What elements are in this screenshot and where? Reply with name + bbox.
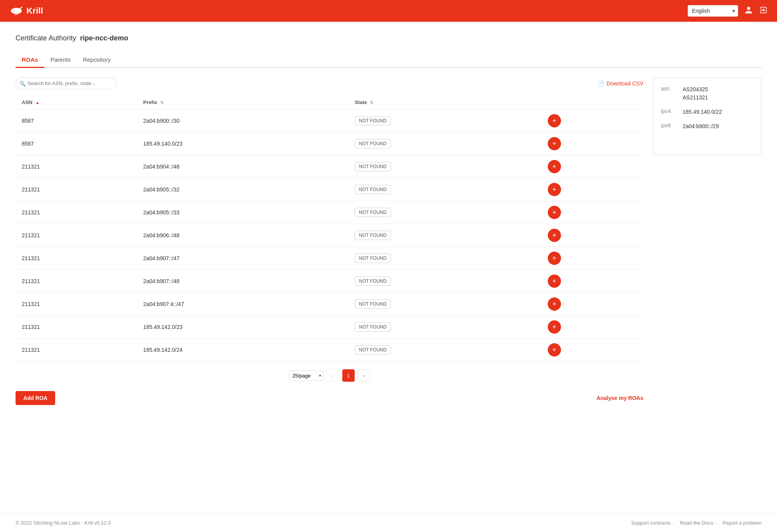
roa-table: ASN ▲ Prefix ⇅ State ⇅ [16,96,643,362]
cell-asn: 211321 [16,316,137,339]
page-title: Certificate Authority ripe-ncc-demo [16,34,761,42]
col-header-asn[interactable]: ASN ▲ [16,96,137,110]
tab-parents[interactable]: Parents [44,53,77,68]
table-row: 2113212a04:b905::/33NOT FOUND+ [16,201,643,224]
row-add-button[interactable]: + [548,160,561,173]
cell-asn: 211321 [16,201,137,224]
footer-link-support[interactable]: Support contracts [631,520,671,526]
cell-state: NOT FOUND [348,224,542,247]
cell-action: + [542,132,643,155]
sidebar-ipv6-value: 2a04:b900::/29 [683,122,719,130]
cell-prefix: 185.49.142.0/23 [137,316,348,339]
cell-prefix: 2a04:b905::/32 [137,178,348,201]
per-page-wrapper: 25/page 50/page 100/page [289,370,324,381]
tab-roas[interactable]: ROAs [16,53,44,68]
footer: © 2022 Stichting NLnet Labs - Krill v0.1… [0,513,777,532]
table-row: 2113212a04:b907:4::/47NOT FOUND+ [16,293,643,316]
next-page-button[interactable]: › [358,369,370,382]
sidebar-ipv6-row: ipv6 2a04:b900::/29 [661,122,753,130]
cell-action: + [542,316,643,339]
sort-icon-prefix: ⇅ [160,100,164,105]
sidebar-asn-value: AS204325 AS211321 [683,85,708,102]
cell-state: NOT FOUND [348,316,542,339]
tabs-bar: ROAs Parents Repository [16,53,761,68]
row-add-button[interactable]: + [548,320,561,334]
sidebar-ipv4-row: ipv4 185.49.140.0/22 [661,108,753,116]
state-badge: NOT FOUND [355,139,391,148]
csv-icon: 📄 [598,80,604,87]
row-add-button[interactable]: + [548,183,561,196]
cell-state: NOT FOUND [348,247,542,270]
row-add-button[interactable]: + [548,297,561,311]
cell-asn: 8587 [16,110,137,132]
cell-asn: 8587 [16,132,137,155]
cell-asn: 211321 [16,178,137,201]
sidebar-asn-label: asn [661,85,676,102]
user-icon[interactable] [744,6,753,16]
sort-icon-state: ⇅ [370,100,373,105]
cell-asn: 211321 [16,224,137,247]
cell-action: + [542,155,643,178]
logout-icon[interactable] [759,6,768,16]
sidebar-ipv4-label: ipv4 [661,108,676,116]
page-1-button[interactable]: 1 [342,369,355,382]
language-selector[interactable]: English Deutsch Nederlands Français [688,5,738,17]
svg-point-2 [19,9,21,10]
add-roa-button[interactable]: Add ROA [16,391,55,405]
cell-action: + [542,339,643,362]
cell-state: NOT FOUND [348,178,542,201]
search-input[interactable] [16,77,117,89]
cell-state: NOT FOUND [348,270,542,293]
row-add-button[interactable]: + [548,343,561,356]
cell-action: + [542,224,643,247]
cell-prefix: 2a04:b905::/33 [137,201,348,224]
row-add-button[interactable]: + [548,114,561,127]
cell-prefix: 2a04:b906::/48 [137,224,348,247]
left-panel: 🔍 📄 Download CSV ASN ▲ [16,77,643,405]
table-row: 8587185.49.140.0/23NOT FOUND+ [16,132,643,155]
row-add-button[interactable]: + [548,137,561,150]
row-add-button[interactable]: + [548,275,561,288]
table-row: 211321185.49.142.0/24NOT FOUND+ [16,339,643,362]
sidebar-ipv6-label: ipv6 [661,122,676,130]
bottom-actions: Add ROA Analyse my ROAs [16,391,643,405]
analyse-roas-link[interactable]: Analyse my ROAs [596,395,643,401]
row-add-button[interactable]: + [548,206,561,219]
cell-prefix: 185.49.142.0/24 [137,339,348,362]
cell-prefix: 2a04:b900::/30 [137,110,348,132]
cell-state: NOT FOUND [348,132,542,155]
state-badge: NOT FOUND [355,162,391,171]
cell-action: + [542,247,643,270]
cell-asn: 211321 [16,339,137,362]
language-selector-wrapper: English Deutsch Nederlands Français [688,5,738,17]
page-title-prefix: Certificate Authority [16,34,76,42]
state-badge: NOT FOUND [355,345,391,355]
col-header-prefix[interactable]: Prefix ⇅ [137,96,348,110]
cell-state: NOT FOUND [348,110,542,132]
state-badge: NOT FOUND [355,254,391,263]
cell-state: NOT FOUND [348,201,542,224]
krill-logo-icon [9,5,23,16]
download-csv-link[interactable]: 📄 Download CSV [598,80,643,87]
table-row: 2113212a04:b907::/48NOT FOUND+ [16,270,643,293]
footer-link-report[interactable]: Report a problem [723,520,761,526]
search-icon: 🔍 [19,80,26,86]
cell-prefix: 185.49.140.0/23 [137,132,348,155]
footer-links: Support contracts - Read the Docs - Repo… [631,520,762,526]
cell-prefix: 2a04:b904::/48 [137,155,348,178]
tab-repository[interactable]: Repository [77,53,117,68]
search-wrapper: 🔍 [16,77,117,89]
col-header-state[interactable]: State ⇅ [348,96,542,110]
prev-page-button[interactable]: ‹ [327,369,339,382]
sidebar-ipv4-value: 185.49.140.0/22 [683,108,722,116]
per-page-select[interactable]: 25/page 50/page 100/page [289,370,324,381]
pagination: 25/page 50/page 100/page ‹ 1 › [16,369,643,382]
cell-state: NOT FOUND [348,155,542,178]
col-header-actions [542,96,643,110]
cell-asn: 211321 [16,155,137,178]
footer-link-docs[interactable]: Read the Docs [680,520,713,526]
row-add-button[interactable]: + [548,229,561,242]
cell-state: NOT FOUND [348,293,542,316]
sidebar-asn-row: asn AS204325 AS211321 [661,85,753,102]
row-add-button[interactable]: + [548,252,561,265]
